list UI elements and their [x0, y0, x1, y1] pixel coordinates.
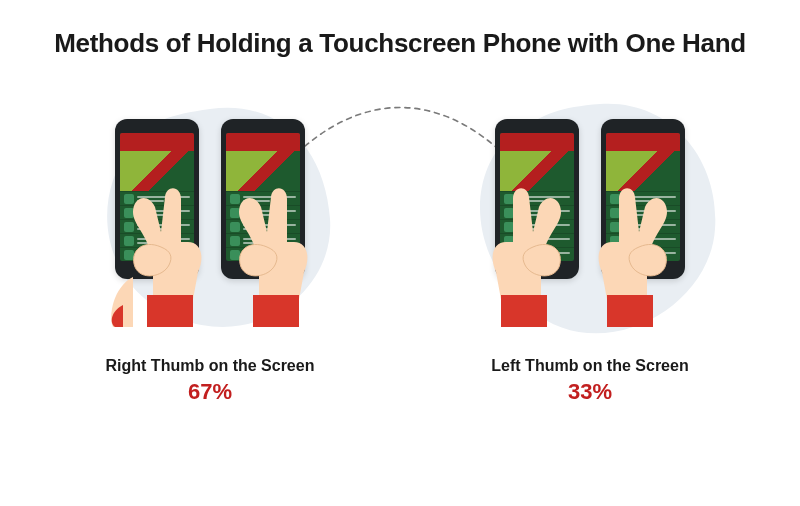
phone-screen	[606, 133, 680, 261]
phone-device	[495, 119, 579, 279]
phone-held-right-a	[111, 109, 203, 319]
panel-left-thumb: Left Thumb on the Screen 33%	[440, 89, 740, 405]
phone-held-left-b	[597, 109, 689, 319]
phone-screen	[500, 133, 574, 261]
caption-value-right-thumb: 67%	[106, 379, 315, 405]
caption-value-left-thumb: 33%	[491, 379, 688, 405]
caption-label-right-thumb: Right Thumb on the Screen	[106, 357, 315, 375]
panels: Right Thumb on the Screen 67%	[0, 59, 800, 405]
caption-label-left-thumb: Left Thumb on the Screen	[491, 357, 688, 375]
phone-screen	[120, 133, 194, 261]
panel-right-thumb: Right Thumb on the Screen 67%	[60, 89, 360, 405]
phone-device	[221, 119, 305, 279]
illustration-left-thumb	[460, 89, 720, 339]
phone-device	[601, 119, 685, 279]
phone-screen	[226, 133, 300, 261]
phone-device	[115, 119, 199, 279]
phone-held-right-b	[217, 109, 309, 319]
phone-held-left-a	[491, 109, 583, 319]
page-title: Methods of Holding a Touchscreen Phone w…	[0, 0, 800, 59]
illustration-right-thumb	[80, 89, 340, 339]
